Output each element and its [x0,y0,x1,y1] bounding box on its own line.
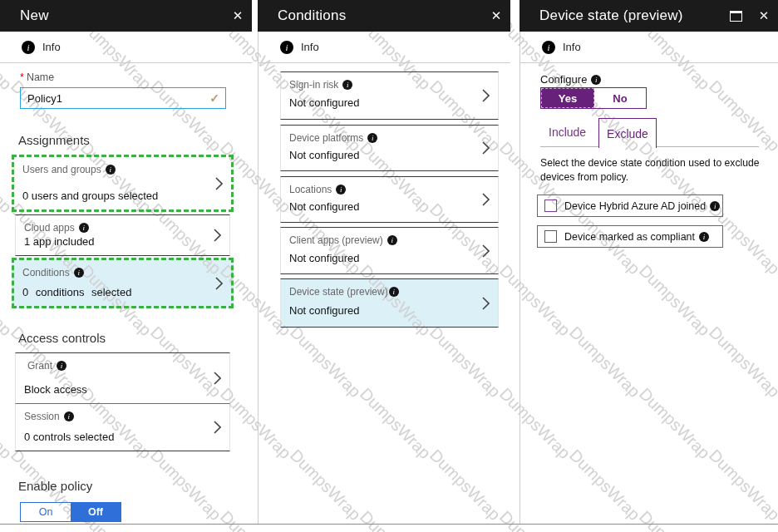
checkbox-unchecked[interactable] [544,230,557,243]
locations-label: Locations i [289,184,346,195]
chevron-right-icon [214,421,221,434]
info-icon[interactable]: i [699,232,709,242]
device-state-panel: Device state (preview) ✕ i Info Configur… [519,0,778,525]
panel-title-device-state: Device state (preview) [539,7,683,24]
info-icon[interactable]: i [79,223,89,233]
grant-value: Block access [24,383,87,396]
session-label: Session i [24,411,74,422]
info-label: Info [301,41,319,53]
conditions-panel: Conditions ✕ i Info Sign-in risk i Not c… [258,0,510,525]
info-icon: i [542,41,555,54]
session-card[interactable]: Session i 0 controls selected [15,404,230,451]
device-state-card[interactable]: Device state (preview) i Not configured [280,278,499,328]
info-icon: i [280,41,293,54]
info-banner: i Info [0,32,252,63]
hybrid-azure-ad-joined-label-text: Device Hybrid Azure AD joined [564,200,706,212]
info-banner: i Info [520,32,778,63]
close-icon[interactable]: ✕ [751,0,776,32]
chevron-right-icon [215,177,223,190]
conditions-label: Conditions i [22,267,84,278]
exclude-description: Select the device state condition used t… [540,156,776,185]
device-state-value: Not configured [289,304,360,317]
locations-card[interactable]: Locations i Not configured [280,176,499,223]
required-asterisk: * [20,71,24,83]
conditions-value: 0 conditions selected [22,286,131,298]
maximize-icon[interactable] [723,0,748,32]
info-icon[interactable]: i [367,133,377,143]
cloud-apps-value: 1 app included [24,235,95,248]
session-value: 0 controls selected [24,431,114,443]
close-icon[interactable]: ✕ [225,0,250,32]
conditions-card[interactable]: Conditions i 0 conditions selected [12,258,234,308]
toggle-off-option[interactable]: Off [71,503,121,521]
assignments-heading: Assignments [18,133,90,147]
grant-card[interactable]: Grant i Block access [15,352,230,404]
device-state-panel-body: i Info Configure i Yes No Include Exclud… [519,32,778,525]
device-state-label-text: Device state (preview) [289,286,388,298]
device-platforms-label-text: Device platforms [289,132,363,144]
grant-label-text: Grant [27,360,52,372]
sign-in-risk-card[interactable]: Sign-in risk i Not configured [280,71,499,120]
tab-exclude[interactable]: Exclude [598,118,657,148]
device-state-label: Device state (preview) i [289,286,399,298]
chevron-right-icon [482,244,490,258]
info-icon[interactable]: i [591,75,601,85]
name-label-text: Name [27,71,54,83]
info-label: Info [563,41,581,53]
panel-title-new: New [20,7,49,24]
sign-in-risk-label: Sign-in risk i [289,79,352,91]
info-label: Info [42,41,61,53]
info-icon[interactable]: i [74,268,84,278]
checkbox-unchecked[interactable] [544,200,557,212]
configure-toggle: Yes No [540,87,647,109]
new-panel-body: i Info *Name ✓ Assignments Users and gro… [0,32,252,525]
info-banner: i Info [259,32,510,63]
client-apps-value: Not configured [289,252,360,264]
panel-title-conditions: Conditions [278,7,346,24]
client-apps-label-text: Client apps (preview) [289,234,383,246]
window-bottom-border [0,524,778,525]
chevron-right-icon [482,141,490,155]
info-icon[interactable]: i [336,185,346,195]
configure-label-text: Configure [540,73,587,86]
toggle-no-option[interactable]: No [594,88,646,108]
device-platforms-card[interactable]: Device platforms i Not configured [280,125,499,171]
info-icon[interactable]: i [64,411,74,421]
conditions-panel-body: i Info Sign-in risk i Not configured Dev… [258,32,510,525]
chevron-right-icon [214,229,221,242]
info-icon[interactable]: i [710,201,720,211]
cloud-apps-card[interactable]: Cloud apps i 1 app included [15,214,230,256]
hybrid-azure-ad-joined-label: Device Hybrid Azure AD joined i [564,200,720,212]
info-icon[interactable]: i [106,165,116,175]
info-icon: i [22,41,35,54]
sign-in-risk-value: Not configured [289,96,360,109]
tab-include[interactable]: Include [549,126,586,139]
info-icon[interactable]: i [342,80,352,90]
chevron-right-icon [482,193,490,206]
info-icon[interactable]: i [57,361,66,371]
locations-label-text: Locations [289,184,332,195]
marked-as-compliant-label: Device marked as compliant i [564,231,709,243]
users-and-groups-value: 0 users and groups selected [22,190,158,202]
enable-policy-toggle: On Off [20,502,121,522]
toggle-on-option[interactable]: On [21,503,71,521]
info-icon[interactable]: i [389,287,399,297]
maximize-glyph [730,11,742,22]
azure-conditional-access-screen: New ✕ i Info *Name ✓ Assignments Users a… [0,0,778,532]
policy-name-input[interactable] [21,88,225,108]
device-state-panel-header: Device state (preview) ✕ [519,0,778,32]
toggle-yes-option[interactable]: Yes [541,88,594,108]
hybrid-azure-ad-joined-option[interactable]: Device Hybrid Azure AD joined i [537,195,723,217]
marked-as-compliant-option[interactable]: Device marked as compliant i [537,225,723,248]
client-apps-label: Client apps (preview) i [289,234,397,246]
close-icon[interactable]: ✕ [484,0,509,32]
sign-in-risk-label-text: Sign-in risk [289,79,338,91]
access-controls-heading: Access controls [18,331,106,345]
conditions-label-text: Conditions [22,267,70,278]
new-panel-header: New ✕ [0,0,252,32]
client-apps-card[interactable]: Client apps (preview) i Not configured [280,227,499,274]
include-exclude-tabs: Include Exclude [540,118,759,147]
info-icon[interactable]: i [387,235,397,245]
users-and-groups-card[interactable]: Users and groups i 0 users and groups se… [12,155,234,212]
locations-value: Not configured [289,200,360,213]
